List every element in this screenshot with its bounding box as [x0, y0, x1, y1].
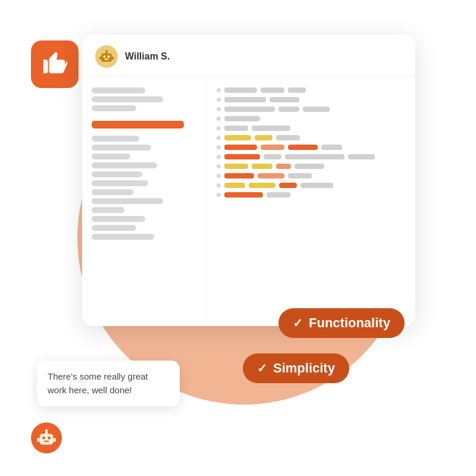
code-token — [255, 135, 273, 140]
functionality-badge: ✓ Functionality — [278, 308, 405, 338]
svg-rect-2 — [108, 55, 110, 58]
code-dot — [217, 193, 221, 197]
svg-rect-11 — [44, 441, 49, 442]
code-token — [224, 126, 248, 131]
code-token — [224, 116, 260, 121]
simplicity-label: Simplicity — [273, 361, 335, 376]
code-row — [217, 154, 406, 159]
code-row — [217, 107, 406, 112]
code-token — [224, 107, 275, 112]
selected-file-line — [92, 121, 184, 129]
code-token — [288, 173, 312, 178]
code-token — [261, 145, 284, 150]
code-dot — [217, 88, 221, 92]
code-token — [264, 154, 281, 159]
check-icon: ✓ — [293, 316, 303, 330]
file-line — [92, 198, 163, 204]
code-row — [217, 192, 406, 198]
file-line — [92, 207, 124, 213]
svg-rect-7 — [112, 57, 114, 60]
code-row — [217, 135, 406, 140]
svg-rect-9 — [42, 437, 45, 440]
file-line — [92, 189, 133, 195]
avatar — [95, 45, 118, 68]
thumbs-up-icon-box — [31, 40, 79, 88]
svg-rect-0 — [101, 54, 112, 62]
code-token — [252, 164, 273, 169]
code-row — [217, 126, 406, 131]
code-token — [276, 135, 300, 140]
check-icon-2: ✓ — [257, 361, 267, 375]
svg-rect-8 — [40, 434, 54, 444]
file-line — [92, 105, 136, 111]
code-token — [224, 183, 245, 188]
user-name: William S. — [125, 51, 170, 62]
code-dot — [217, 98, 221, 102]
code-row — [217, 164, 406, 169]
file-line — [92, 136, 139, 142]
code-token — [348, 154, 375, 159]
main-card: William S. — [82, 35, 415, 326]
svg-point-13 — [45, 429, 48, 432]
svg-rect-6 — [99, 57, 102, 60]
code-token — [224, 135, 251, 140]
right-panel — [207, 77, 415, 325]
code-dot — [217, 164, 221, 168]
code-dot — [217, 136, 221, 140]
code-token — [252, 126, 290, 131]
svg-rect-15 — [53, 438, 56, 442]
code-token — [249, 183, 275, 188]
code-token — [279, 183, 297, 188]
file-line — [92, 216, 145, 222]
file-line — [92, 171, 142, 177]
svg-rect-3 — [105, 59, 109, 60]
code-token — [224, 173, 254, 178]
simplicity-badge: ✓ Simplicity — [243, 353, 349, 383]
code-token — [300, 183, 333, 188]
code-dot — [217, 155, 221, 159]
code-token — [285, 154, 345, 159]
file-line — [92, 225, 136, 231]
code-token — [224, 164, 248, 169]
bottom-avatar-icon — [36, 427, 57, 449]
scene: William S. — [0, 0, 476, 476]
card-header: William S. — [82, 35, 415, 77]
code-token — [224, 154, 260, 159]
code-token — [270, 97, 299, 102]
code-token — [303, 107, 330, 112]
code-row — [217, 87, 406, 93]
code-token — [278, 107, 299, 112]
code-dot — [217, 126, 221, 130]
file-line — [92, 87, 145, 93]
code-token — [224, 145, 257, 150]
comment-text: There's some really great work here, wel… — [48, 371, 148, 395]
code-token — [267, 192, 290, 198]
code-token — [276, 164, 291, 169]
code-row — [217, 116, 406, 121]
code-dot — [217, 145, 221, 149]
thumbs-up-icon — [41, 51, 68, 78]
file-line — [92, 162, 157, 168]
code-token — [288, 145, 318, 150]
svg-point-5 — [105, 50, 108, 52]
avatar-icon — [98, 48, 115, 65]
file-lines-group-1 — [92, 87, 197, 111]
code-row — [217, 97, 406, 102]
code-dot — [217, 107, 221, 111]
svg-rect-10 — [48, 437, 51, 440]
file-line — [92, 154, 130, 159]
file-lines-group-2 — [92, 136, 197, 240]
file-line — [92, 180, 148, 186]
code-token — [224, 192, 263, 198]
code-row — [217, 173, 406, 178]
file-line — [92, 145, 151, 151]
card-body — [82, 77, 415, 325]
left-panel — [82, 77, 207, 325]
code-dot — [217, 117, 221, 121]
svg-rect-1 — [104, 55, 106, 58]
code-token — [321, 145, 342, 150]
code-dot — [217, 183, 221, 187]
code-row — [217, 145, 406, 150]
code-row — [217, 183, 406, 188]
bottom-avatar — [31, 422, 62, 453]
